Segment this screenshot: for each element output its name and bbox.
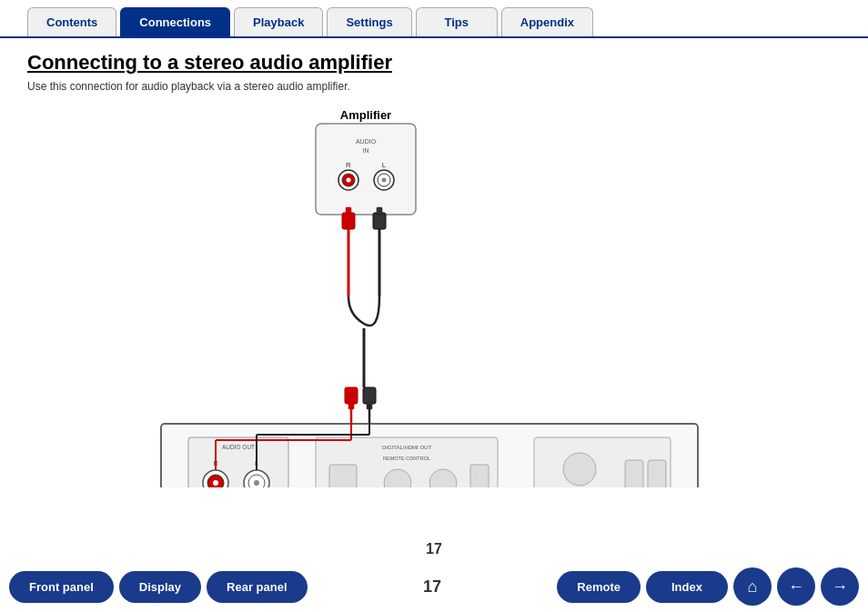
svg-rect-14: [373, 213, 386, 229]
svg-text:AUDIO: AUDIO: [356, 138, 377, 145]
bottom-navigation: Front panel Display Rear panel 17 Remote…: [0, 561, 868, 612]
tab-playback[interactable]: Playback: [234, 7, 323, 36]
svg-rect-41: [329, 465, 357, 487]
tab-settings[interactable]: Settings: [327, 7, 411, 36]
tab-appendix[interactable]: Appendix: [501, 7, 593, 36]
connection-diagram: Amplifier AUDIO IN R L: [116, 105, 752, 487]
tab-contents[interactable]: Contents: [27, 7, 116, 36]
svg-rect-15: [377, 207, 382, 215]
svg-rect-0: [316, 124, 416, 215]
display-button[interactable]: Display: [119, 571, 201, 603]
svg-text:AUDIO OUT: AUDIO OUT: [222, 444, 255, 450]
svg-text:DIGITAL/HDMI OUT: DIGITAL/HDMI OUT: [382, 445, 432, 450]
page-title: Connecting to a stereo audio amplifier: [27, 51, 841, 75]
tab-tips[interactable]: Tips: [416, 7, 498, 36]
bottom-nav-right: Remote Index ⌂ ← →: [557, 567, 859, 606]
front-panel-button[interactable]: Front panel: [9, 571, 114, 603]
svg-text:R: R: [346, 161, 351, 169]
page-number: 17: [426, 541, 442, 557]
main-content: Connecting to a stereo audio amplifier U…: [0, 38, 868, 497]
navigation-tabs: Contents Connections Playback Settings T…: [0, 0, 868, 38]
svg-rect-19: [345, 387, 358, 404]
forward-button[interactable]: →: [821, 567, 859, 606]
svg-rect-12: [342, 213, 355, 229]
svg-rect-48: [648, 460, 666, 487]
svg-point-35: [254, 480, 259, 486]
page-subtitle: Use this connection for audio playback v…: [27, 80, 841, 93]
remote-button[interactable]: Remote: [557, 571, 641, 603]
svg-rect-44: [470, 465, 489, 487]
page-number-center: 17: [414, 577, 450, 597]
svg-point-46: [563, 453, 596, 486]
svg-rect-47: [625, 460, 643, 487]
svg-text:Amplifier: Amplifier: [340, 108, 391, 122]
svg-text:IN: IN: [363, 147, 369, 154]
svg-text:L: L: [382, 161, 387, 169]
svg-point-11: [382, 178, 387, 183]
index-button[interactable]: Index: [646, 571, 728, 603]
bottom-nav-left: Front panel Display Rear panel: [9, 571, 308, 603]
svg-point-32: [213, 480, 218, 486]
rear-panel-button[interactable]: Rear panel: [207, 571, 307, 603]
home-button[interactable]: ⌂: [733, 567, 772, 606]
svg-point-8: [347, 178, 351, 183]
back-button[interactable]: ←: [777, 567, 815, 606]
tab-connections[interactable]: Connections: [120, 7, 230, 36]
diagram-area: Amplifier AUDIO IN R L: [27, 105, 841, 487]
svg-text:REMOTE CONTROL: REMOTE CONTROL: [383, 456, 430, 461]
svg-rect-21: [363, 387, 376, 404]
svg-rect-13: [346, 207, 351, 215]
